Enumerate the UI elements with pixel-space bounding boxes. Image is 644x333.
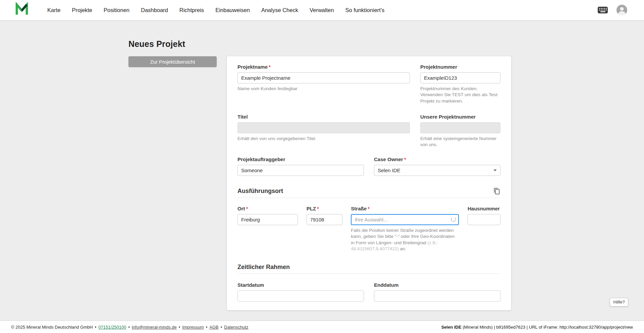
hausnummer-input[interactable]: [468, 214, 500, 225]
section-divider: [237, 198, 500, 198]
keyboard-icon[interactable]: [598, 7, 608, 13]
strasse-helper-text: Falls die Position keiner Straße zugeord…: [351, 227, 459, 252]
nav-item-positionen[interactable]: Positionen: [104, 7, 129, 13]
main-navigation: Karte Projekte Positionen Dashboard Rich…: [47, 7, 598, 13]
session-details: (Mineral Minds) | b91695ed7623 | URL of …: [462, 325, 633, 330]
plz-input[interactable]: [307, 214, 342, 225]
unsere-projektnummer-helper-text: Erhält eine systemgenerierte Nummer von …: [420, 136, 500, 148]
footer-phone-link[interactable]: 07151/250100: [98, 325, 126, 330]
section-title-ausfuehrungsort: Ausführungsort: [237, 187, 283, 195]
nav-item-richtpreis[interactable]: Richtpreis: [179, 7, 204, 13]
field-ort: Ort*: [237, 205, 298, 225]
projektname-label: Projektname*: [237, 64, 410, 70]
startdatum-input[interactable]: [237, 290, 364, 302]
chevron-down-icon: [493, 170, 497, 171]
field-hausnummer: Hausnummer: [468, 205, 500, 225]
field-case-owner: Case Owner* Selen IDE: [374, 156, 500, 176]
titel-label: Titel: [237, 114, 410, 120]
nav-item-einbauweisen[interactable]: Einbauweisen: [215, 7, 250, 13]
case-owner-selected-value: Selen IDE: [378, 168, 400, 173]
nav-item-verwalten[interactable]: Verwalten: [310, 7, 334, 13]
projektname-input[interactable]: [237, 72, 410, 83]
ort-label: Ort*: [237, 205, 298, 212]
footer-legal: © 2025 Mineral Minds Deutschland GmbH • …: [11, 325, 249, 330]
enddatum-label: Enddatum: [374, 282, 500, 288]
mineral-minds-logo[interactable]: [15, 2, 29, 18]
nav-item-dashboard[interactable]: Dashboard: [141, 7, 168, 13]
back-to-project-overview-button[interactable]: Zur Projektübersicht: [128, 56, 217, 67]
new-project-form-card: Projektname* Name vom Kunden festlegbar …: [227, 56, 511, 310]
nav-item-projekte[interactable]: Projekte: [72, 7, 92, 13]
nav-item-karte[interactable]: Karte: [47, 7, 60, 13]
nav-item-analyse-check[interactable]: Analyse Check: [261, 7, 298, 13]
projektnummer-label: Projektnummer: [420, 64, 500, 70]
footer-impressum-link[interactable]: Impressum: [182, 325, 204, 330]
section-divider: [237, 273, 500, 274]
help-button[interactable]: Hilfe?: [610, 298, 628, 307]
footer-datenschutz-link[interactable]: Datenschutz: [224, 325, 248, 330]
required-asterisk: *: [404, 156, 406, 162]
required-asterisk: *: [368, 206, 370, 211]
case-owner-label: Case Owner*: [374, 156, 500, 162]
field-startdatum: Startdatum: [237, 282, 364, 302]
logo-m-icon: [15, 2, 29, 18]
enddatum-input[interactable]: [374, 290, 500, 302]
startdatum-label: Startdatum: [237, 282, 364, 288]
strasse-label: Straße*: [351, 205, 459, 212]
main-content: Neues Projekt Zur Projektübersicht Proje…: [0, 20, 644, 333]
required-asterisk: *: [317, 206, 319, 211]
field-strasse: Straße* Falls die Position keiner Straße…: [351, 205, 459, 252]
footer-agb-link[interactable]: AGB: [209, 325, 218, 330]
titel-helper-text: Erhält den von uns vorgegebenen Titel.: [237, 136, 410, 142]
nav-right-actions: [598, 5, 627, 15]
strasse-input[interactable]: [351, 214, 459, 225]
field-projektauftraggeber: Projektauftraggeber: [237, 156, 364, 176]
field-plz: PLZ*: [307, 205, 342, 225]
user-avatar[interactable]: [616, 5, 627, 15]
required-asterisk: *: [269, 64, 271, 70]
field-titel: Titel Erhält den von uns vorgegebenen Ti…: [237, 114, 410, 142]
field-unsere-projektnummer: Unsere Projektnummer Erhält eine systemg…: [420, 114, 500, 148]
session-user-name: Selen IDE: [441, 325, 462, 330]
ort-input[interactable]: [237, 214, 298, 225]
projektnummer-helper-text: Projektnummer des Kunden. Verwenden Sie …: [420, 86, 500, 104]
field-enddatum: Enddatum: [374, 282, 500, 302]
page-title: Neues Projekt: [128, 39, 644, 49]
copyright-text: © 2025 Mineral Minds Deutschland GmbH: [11, 325, 93, 330]
required-asterisk: *: [246, 206, 248, 211]
field-projektname: Projektname* Name vom Kunden festlegbar: [237, 64, 410, 92]
hausnummer-label: Hausnummer: [468, 205, 500, 212]
section-title-zeitlicher-rahmen: Zeitlicher Rahmen: [237, 263, 290, 271]
footer-email-link[interactable]: info@mineral-minds.de: [132, 325, 177, 330]
projektauftraggeber-input[interactable]: [237, 165, 364, 176]
field-projektnummer: Projektnummer Projektnummer des Kunden. …: [420, 64, 500, 104]
top-navigation-bar: Karte Projekte Positionen Dashboard Rich…: [0, 0, 644, 20]
titel-input: [237, 122, 410, 133]
footer-session-info: Selen IDE (Mineral Minds) | b91695ed7623…: [441, 325, 633, 330]
app-footer: © 2025 Mineral Minds Deutschland GmbH • …: [0, 321, 644, 333]
projektname-helper-text: Name vom Kunden festlegbar: [237, 86, 410, 92]
plz-label: PLZ*: [307, 205, 342, 212]
copy-icon[interactable]: [493, 187, 500, 195]
case-owner-select[interactable]: Selen IDE: [374, 165, 500, 176]
nav-item-so-funktionierts[interactable]: So funktioniert's: [345, 7, 384, 13]
projektnummer-input[interactable]: [420, 72, 500, 83]
projektauftraggeber-label: Projektauftraggeber: [237, 156, 364, 162]
unsere-projektnummer-input: [420, 122, 500, 133]
unsere-projektnummer-label: Unsere Projektnummer: [420, 114, 500, 120]
